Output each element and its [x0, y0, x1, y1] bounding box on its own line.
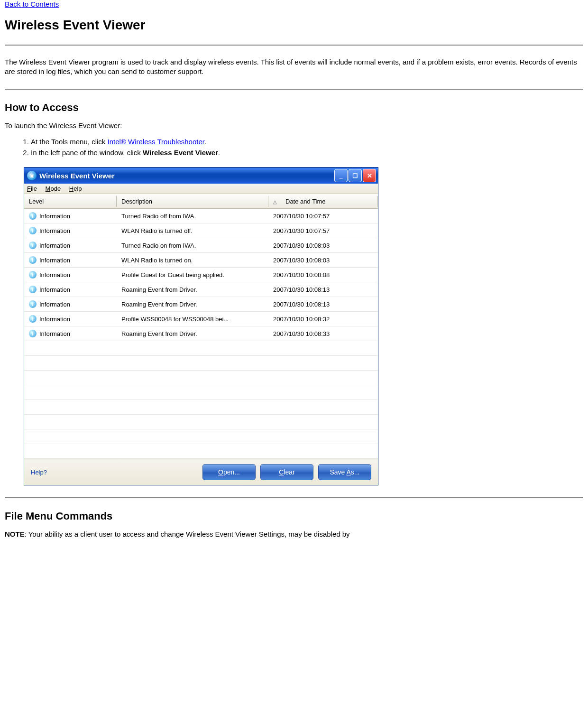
cell-description: Turned Radio on from IWA.: [117, 242, 268, 249]
col-date[interactable]: △Date and Time: [268, 196, 378, 207]
info-icon: i: [29, 300, 37, 308]
cell-description: WLAN Radio is turned off.: [117, 227, 268, 234]
titlebar: ◉ Wireless Event Viewer _ ☐ ✕: [24, 167, 378, 184]
step-text: In the left pane of the window, click: [31, 149, 143, 157]
troubleshooter-link[interactable]: Intel® Wireless Troubleshooter: [107, 138, 204, 146]
file-menu-note: NOTE: Your ability as a client user to a…: [5, 530, 583, 539]
cell-date: 2007/10/30 10:08:08: [268, 271, 378, 279]
table-row-empty: [24, 400, 378, 415]
cell-date: 2007/10/30 10:07:57: [268, 227, 378, 234]
step-text: .: [204, 138, 206, 146]
cell-description: WLAN Radio is turned on.: [117, 257, 268, 264]
cell-level: Information: [39, 330, 70, 337]
info-icon: i: [29, 242, 37, 249]
info-icon: i: [29, 271, 37, 279]
sort-asc-icon: △: [273, 199, 277, 205]
table-row-empty: [24, 429, 378, 444]
how-to-access-heading: How to Access: [5, 102, 583, 114]
cell-level: Information: [39, 316, 70, 323]
divider: [5, 45, 583, 46]
table-row-empty: [24, 341, 378, 356]
table-row-empty: [24, 415, 378, 429]
cell-date: 2007/10/30 10:08:33: [268, 330, 378, 337]
info-icon: i: [29, 256, 37, 264]
info-icon: i: [29, 286, 37, 293]
cell-date: 2007/10/30 10:08:32: [268, 316, 378, 323]
cell-level: Information: [39, 242, 70, 249]
cell-level: Information: [39, 286, 70, 293]
window-footer: Help? Open... Clear Save As...: [24, 459, 378, 485]
table-row[interactable]: iInformationRoaming Event from Driver.20…: [24, 282, 378, 297]
col-date-label: Date and Time: [285, 198, 326, 205]
maximize-button[interactable]: ☐: [349, 169, 362, 182]
divider: [5, 497, 583, 498]
col-level[interactable]: Level: [24, 196, 117, 207]
table-row[interactable]: iInformationTurned Radio off from IWA.20…: [24, 209, 378, 223]
saveas-button[interactable]: Save As...: [318, 464, 371, 480]
step-bold: Wireless Event Viewer: [143, 149, 218, 157]
event-viewer-window: ◉ Wireless Event Viewer _ ☐ ✕ File Mode …: [24, 167, 378, 485]
menu-mode[interactable]: Mode: [46, 185, 61, 192]
window-title: Wireless Event Viewer: [39, 172, 334, 180]
table-row[interactable]: iInformationRoaming Event from Driver.20…: [24, 297, 378, 312]
cell-date: 2007/10/30 10:07:57: [268, 213, 378, 220]
grid-header-row: Level Description △Date and Time: [24, 194, 378, 209]
cell-description: Roaming Event from Driver.: [117, 330, 268, 337]
open-button[interactable]: Open...: [202, 464, 256, 480]
back-to-contents-link[interactable]: Back to Contents: [5, 0, 59, 8]
cell-date: 2007/10/30 10:08:03: [268, 257, 378, 264]
minimize-button[interactable]: _: [334, 169, 348, 182]
close-button[interactable]: ✕: [363, 169, 376, 182]
event-grid: Level Description △Date and Time iInform…: [24, 194, 378, 459]
app-icon: ◉: [27, 171, 37, 180]
cell-date: 2007/10/30 10:08:13: [268, 286, 378, 293]
table-row-empty: [24, 385, 378, 400]
cell-level: Information: [39, 227, 70, 234]
cell-description: Roaming Event from Driver.: [117, 286, 268, 293]
table-row[interactable]: iInformationWLAN Radio is turned on.2007…: [24, 253, 378, 268]
info-icon: i: [29, 212, 37, 220]
info-icon: i: [29, 330, 37, 337]
divider: [5, 89, 583, 90]
cell-level: Information: [39, 271, 70, 279]
cell-description: Profile Guest for Guest being applied.: [117, 271, 268, 279]
how-to-lead: To launch the Wireless Event Viewer:: [5, 121, 583, 130]
cell-description: Roaming Event from Driver.: [117, 301, 268, 308]
help-link[interactable]: Help?: [31, 469, 47, 476]
col-description[interactable]: Description: [117, 196, 268, 207]
note-label: NOTE: [5, 530, 25, 538]
table-row[interactable]: iInformationWLAN Radio is turned off.200…: [24, 223, 378, 238]
menu-help[interactable]: Help: [69, 185, 82, 192]
step-text: At the Tools menu, click: [31, 138, 107, 146]
cell-level: Information: [39, 213, 70, 220]
intro-paragraph: The Wireless Event Viewer program is use…: [5, 57, 583, 77]
page-title: Wireless Event Viewer: [5, 18, 583, 33]
step-item: In the left pane of the window, click Wi…: [31, 148, 583, 158]
step-text: .: [218, 149, 220, 157]
info-icon: i: [29, 227, 37, 234]
cell-level: Information: [39, 301, 70, 308]
cell-description: Turned Radio off from IWA.: [117, 213, 268, 220]
menubar: File Mode Help: [24, 184, 378, 194]
table-row[interactable]: iInformationTurned Radio on from IWA.200…: [24, 238, 378, 253]
table-row-empty: [24, 356, 378, 371]
clear-button[interactable]: Clear: [260, 464, 313, 480]
table-row[interactable]: iInformationRoaming Event from Driver.20…: [24, 326, 378, 341]
file-menu-heading: File Menu Commands: [5, 510, 583, 522]
table-row-empty: [24, 444, 378, 459]
cell-date: 2007/10/30 10:08:03: [268, 242, 378, 249]
table-row-empty: [24, 371, 378, 385]
step-item: At the Tools menu, click Intel® Wireless…: [31, 137, 583, 147]
cell-description: Profile WSS00048 for WSS00048 bei...: [117, 316, 268, 323]
note-text: : Your ability as a client user to acces…: [25, 530, 350, 538]
info-icon: i: [29, 315, 37, 323]
menu-file[interactable]: File: [27, 185, 37, 192]
table-row[interactable]: iInformationProfile WSS00048 for WSS0004…: [24, 312, 378, 326]
cell-date: 2007/10/30 10:08:13: [268, 301, 378, 308]
cell-level: Information: [39, 257, 70, 264]
table-row[interactable]: iInformationProfile Guest for Guest bein…: [24, 268, 378, 282]
